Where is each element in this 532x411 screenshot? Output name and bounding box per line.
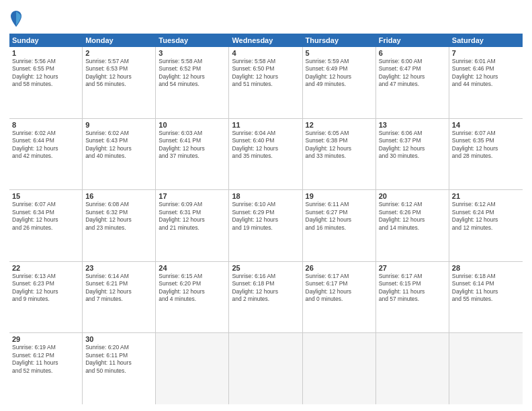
cell-line: and 58 minutes.	[12, 81, 79, 88]
day-number: 9	[85, 121, 152, 129]
cell-line: and 55 minutes.	[452, 295, 520, 303]
cell-line: Sunset: 6:47 PM	[379, 65, 446, 73]
cell-line: and 30 minutes.	[379, 152, 446, 160]
cell-line: Daylight: 12 hours	[379, 216, 446, 224]
day-number: 15	[12, 192, 79, 200]
weekday-header: Wednesday	[229, 34, 302, 47]
cell-line: Sunrise: 6:20 AM	[85, 344, 152, 351]
weekday-header: Tuesday	[156, 34, 229, 47]
cell-line: Sunrise: 5:57 AM	[85, 58, 152, 65]
cell-line: Daylight: 12 hours	[12, 145, 79, 152]
cell-line: Sunrise: 6:17 AM	[306, 273, 373, 280]
cell-line: and 12 minutes.	[452, 224, 520, 232]
cell-line: Sunrise: 6:01 AM	[452, 58, 520, 65]
cell-line: and 54 minutes.	[159, 81, 226, 88]
calendar-header: SundayMondayTuesdayWednesdayThursdayFrid…	[9, 34, 523, 47]
day-number: 4	[232, 49, 299, 57]
cell-line: and 49 minutes.	[306, 81, 373, 88]
day-number: 16	[85, 192, 152, 200]
cell-line: Daylight: 12 hours	[85, 73, 152, 81]
cell-line: Sunrise: 6:03 AM	[159, 130, 226, 137]
day-number: 29	[12, 335, 79, 343]
cell-line: and 42 minutes.	[12, 152, 79, 160]
cell-line: and 14 minutes.	[379, 224, 446, 232]
logo	[9, 9, 24, 28]
page: SundayMondayTuesdayWednesdayThursdayFrid…	[0, 0, 532, 411]
cell-line: and 33 minutes.	[306, 152, 373, 160]
cell-line: and 35 minutes.	[232, 152, 299, 160]
cell-line: Sunrise: 5:59 AM	[306, 58, 373, 65]
cell-line: Sunset: 6:50 PM	[232, 65, 299, 73]
day-number: 8	[12, 121, 79, 129]
calendar-cell: 8Sunrise: 6:02 AMSunset: 6:44 PMDaylight…	[9, 119, 83, 190]
calendar-cell: 17Sunrise: 6:09 AMSunset: 6:31 PMDayligh…	[156, 190, 229, 261]
cell-line: Sunrise: 6:19 AM	[12, 344, 79, 351]
day-number: 7	[452, 49, 520, 57]
cell-line: Daylight: 11 hours	[379, 288, 446, 295]
cell-line: Sunrise: 5:58 AM	[232, 58, 299, 65]
cell-line: Daylight: 12 hours	[85, 288, 152, 295]
cell-line: Sunrise: 6:09 AM	[159, 201, 226, 208]
calendar-cell: 28Sunrise: 6:18 AMSunset: 6:14 PMDayligh…	[449, 262, 523, 333]
cell-line: Sunset: 6:12 PM	[12, 352, 79, 359]
calendar-row: 8Sunrise: 6:02 AMSunset: 6:44 PMDaylight…	[9, 119, 523, 191]
calendar-cell	[303, 333, 376, 404]
calendar-cell: 10Sunrise: 6:03 AMSunset: 6:41 PMDayligh…	[156, 119, 229, 190]
calendar-cell: 14Sunrise: 6:07 AMSunset: 6:35 PMDayligh…	[449, 119, 523, 190]
cell-line: Sunrise: 6:07 AM	[12, 201, 79, 208]
day-number: 5	[306, 49, 373, 57]
cell-line: Daylight: 12 hours	[452, 216, 520, 224]
calendar-row: 15Sunrise: 6:07 AMSunset: 6:34 PMDayligh…	[9, 190, 523, 262]
calendar-cell: 27Sunrise: 6:17 AMSunset: 6:15 PMDayligh…	[376, 262, 449, 333]
cell-line: Daylight: 12 hours	[452, 73, 520, 81]
logo-icon	[9, 9, 23, 28]
cell-line: Daylight: 12 hours	[12, 73, 79, 81]
cell-line: Sunset: 6:29 PM	[232, 209, 299, 216]
cell-line: Daylight: 12 hours	[12, 216, 79, 224]
cell-line: Daylight: 11 hours	[85, 359, 152, 367]
cell-line: and 4 minutes.	[159, 295, 226, 303]
calendar-cell: 22Sunrise: 6:13 AMSunset: 6:23 PMDayligh…	[9, 262, 83, 333]
cell-line: Sunrise: 6:08 AM	[85, 201, 152, 208]
page-header	[9, 7, 523, 28]
calendar-cell	[449, 333, 523, 404]
calendar-cell: 16Sunrise: 6:08 AMSunset: 6:32 PMDayligh…	[83, 190, 156, 261]
cell-line: and 23 minutes.	[85, 224, 152, 232]
cell-line: and 56 minutes.	[85, 81, 152, 88]
cell-line: and 40 minutes.	[85, 152, 152, 160]
cell-line: Sunset: 6:34 PM	[12, 209, 79, 216]
cell-line: Daylight: 12 hours	[159, 288, 226, 295]
calendar-cell: 1Sunrise: 5:56 AMSunset: 6:55 PMDaylight…	[9, 47, 83, 118]
calendar-cell: 15Sunrise: 6:07 AMSunset: 6:34 PMDayligh…	[9, 190, 83, 261]
cell-line: Sunset: 6:38 PM	[306, 137, 373, 144]
cell-line: Daylight: 11 hours	[12, 359, 79, 367]
cell-line: Daylight: 12 hours	[306, 288, 373, 295]
cell-line: Sunrise: 6:10 AM	[232, 201, 299, 208]
day-number: 2	[85, 49, 152, 57]
day-number: 13	[379, 121, 446, 129]
cell-line: Daylight: 12 hours	[232, 145, 299, 152]
calendar-cell	[229, 333, 302, 404]
day-number: 30	[85, 335, 152, 343]
cell-line: and 51 minutes.	[232, 81, 299, 88]
cell-line: Sunset: 6:46 PM	[452, 65, 520, 73]
cell-line: and 28 minutes.	[452, 152, 520, 160]
cell-line: and 26 minutes.	[12, 224, 79, 232]
day-number: 12	[306, 121, 373, 129]
day-number: 20	[379, 192, 446, 200]
cell-line: Daylight: 12 hours	[159, 73, 226, 81]
cell-line: Sunrise: 6:06 AM	[379, 130, 446, 137]
calendar-cell	[376, 333, 449, 404]
cell-line: Daylight: 12 hours	[85, 145, 152, 152]
cell-line: and 2 minutes.	[232, 295, 299, 303]
day-number: 11	[232, 121, 299, 129]
day-number: 6	[379, 49, 446, 57]
cell-line: Sunrise: 6:18 AM	[452, 273, 520, 280]
calendar-cell: 20Sunrise: 6:12 AMSunset: 6:26 PMDayligh…	[376, 190, 449, 261]
cell-line: Sunrise: 6:17 AM	[379, 273, 446, 280]
cell-line: Sunset: 6:11 PM	[85, 352, 152, 359]
day-number: 19	[306, 192, 373, 200]
cell-line: Sunset: 6:24 PM	[452, 209, 520, 216]
cell-line: Sunset: 6:55 PM	[12, 65, 79, 73]
cell-line: Sunset: 6:35 PM	[452, 137, 520, 144]
